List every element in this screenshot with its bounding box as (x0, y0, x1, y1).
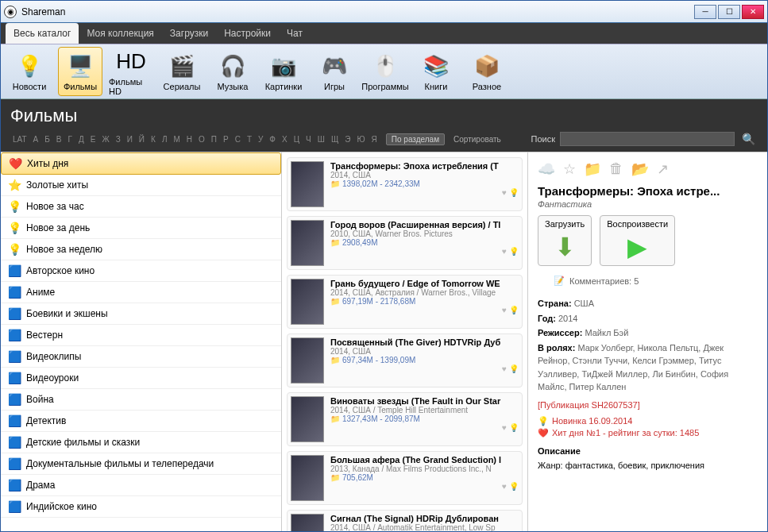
sidebar-item-16[interactable]: 🟦Индийское кино (1, 496, 281, 518)
alpha-Б[interactable]: Б (42, 133, 52, 145)
alpha-Э[interactable]: Э (342, 133, 353, 145)
tool-icon: 📦 (473, 52, 501, 80)
movie-item-1[interactable]: Город воров (Расширенная версия) / Tl 20… (287, 216, 523, 270)
alpha-Ю[interactable]: Ю (354, 133, 367, 145)
alpha-Ф[interactable]: Ф (267, 133, 278, 145)
menu-item-2[interactable]: Загрузки (162, 23, 216, 44)
close-button[interactable]: ✕ (742, 5, 764, 19)
alpha-Т[interactable]: Т (245, 133, 254, 145)
menubar: Весь каталогМоя коллекцияЗагрузкиНастрой… (1, 23, 767, 44)
movie-item-6[interactable]: Сигнал (The Signal) HDRip Дублирован 201… (287, 510, 523, 531)
tool-Фильмы[interactable]: 🖥️Фильмы (58, 47, 102, 96)
side-icon: 🟦 (7, 371, 21, 385)
alpha-Л[interactable]: Л (160, 133, 170, 145)
star-icon[interactable]: ☆ (563, 160, 576, 178)
heart-icon[interactable]: ♥ (502, 247, 507, 256)
alpha-Ч[interactable]: Ч (303, 133, 314, 145)
movie-item-5[interactable]: Большая афера (The Grand Seduction) l 20… (287, 451, 523, 505)
download-button[interactable]: Загрузить ⬇ (538, 215, 592, 266)
alpha-Й[interactable]: Й (137, 133, 147, 145)
menu-item-1[interactable]: Моя коллекция (79, 23, 161, 44)
alpha-И[interactable]: И (125, 133, 135, 145)
tool-Фильмы HD[interactable]: HDФильмы HD (109, 47, 153, 96)
tool-Новости[interactable]: 💡Новости (7, 47, 52, 96)
sidebar-item-3[interactable]: 💡Новое за день (1, 218, 281, 239)
heart-icon[interactable]: ♥ (502, 482, 507, 491)
movie-item-4[interactable]: Виноваты звезды (The Fault in Our Star 2… (287, 392, 523, 446)
sort-label[interactable]: Сортировать (451, 133, 504, 145)
alpha-М[interactable]: М (171, 133, 182, 145)
alpha-О[interactable]: О (196, 133, 207, 145)
sidebar-item-0[interactable]: ❤️Хиты дня (1, 152, 281, 175)
alpha-Г[interactable]: Г (66, 133, 75, 145)
alpha-С[interactable]: С (233, 133, 243, 145)
alpha-Р[interactable]: Р (221, 133, 231, 145)
alpha-Ш[interactable]: Ш (315, 133, 327, 145)
share-icon[interactable]: ↗ (657, 160, 669, 178)
alpha-Н[interactable]: Н (184, 133, 195, 145)
alpha-З[interactable]: З (114, 133, 123, 145)
search-input[interactable] (560, 132, 735, 146)
maximize-button[interactable]: ☐ (718, 5, 740, 19)
upload-icon[interactable]: ☁️ (538, 160, 555, 178)
alpha-П[interactable]: П (209, 133, 219, 145)
alpha-К[interactable]: К (149, 133, 158, 145)
movie-item-3[interactable]: Посвященный (The Giver) HDTVRip Дуб 2014… (287, 333, 523, 387)
tool-icon: 🖱️ (371, 52, 399, 80)
sidebar-item-11[interactable]: 🟦Война (1, 389, 281, 411)
tool-Игры[interactable]: 🎮Игры (312, 47, 357, 96)
tool-Книги[interactable]: 📚Книги (414, 47, 458, 96)
alpha-В[interactable]: В (54, 133, 64, 145)
sidebar-item-5[interactable]: 🟦Авторское кино (1, 260, 281, 282)
alpha-Ц[interactable]: Ц (291, 133, 302, 145)
sidebar-item-1[interactable]: ⭐Золотые хиты (1, 175, 281, 196)
alpha-Щ[interactable]: Щ (329, 133, 341, 145)
sidebar-item-9[interactable]: 🟦Видеоклипы (1, 346, 281, 368)
heart-icon[interactable]: ♥ (502, 306, 507, 314)
sidebar-item-12[interactable]: 🟦Детектив (1, 411, 281, 432)
alpha-Е[interactable]: Е (88, 133, 98, 145)
tool-Сериалы[interactable]: 🎬Сериалы (160, 47, 204, 96)
heart-icon[interactable]: ♥ (502, 423, 507, 432)
play-button[interactable]: Воспроизвести ▶ (600, 215, 675, 266)
alpha-А[interactable]: А (31, 133, 41, 145)
alpha-У[interactable]: У (256, 133, 265, 145)
heart-icon[interactable]: ♥ (502, 188, 507, 197)
alpha-Ж[interactable]: Ж (99, 133, 111, 145)
alpha-LAT[interactable]: LAT (10, 133, 29, 145)
movie-title: Грань будущего / Edge of Tomorrow WE (330, 279, 519, 288)
toolbar: 💡Новости🖥️ФильмыHDФильмы HD🎬Сериалы🎧Музы… (1, 44, 767, 99)
menu-item-3[interactable]: Настройки (216, 23, 279, 44)
tool-Музыка[interactable]: 🎧Музыка (210, 47, 255, 96)
alpha-Х[interactable]: Х (280, 133, 290, 145)
heart-icon[interactable]: ♥ (502, 364, 507, 373)
menu-item-4[interactable]: Чат (279, 23, 311, 44)
sidebar-item-4[interactable]: 💡Новое за неделю (1, 239, 281, 260)
sidebar-item-10[interactable]: 🟦Видеоуроки (1, 368, 281, 389)
publication-link[interactable]: [Публикация SH2607537] (538, 400, 758, 410)
sidebar-item-13[interactable]: 🟦Детские фильмы и сказки (1, 432, 281, 453)
movie-item-2[interactable]: Грань будущего / Edge of Tomorrow WE 201… (287, 275, 523, 329)
alpha-Я[interactable]: Я (369, 133, 380, 145)
by-sections-button[interactable]: По разделам (386, 133, 445, 145)
sidebar-item-6[interactable]: 🟦Аниме (1, 282, 281, 303)
movie-meta: 2014, США (330, 171, 519, 179)
sidebar-item-14[interactable]: 🟦Документальные фильмы и телепередачи (1, 453, 281, 475)
minimize-button[interactable]: ─ (694, 5, 716, 19)
comments-count[interactable]: Комментариев: 5 (569, 276, 639, 286)
folder-icon[interactable]: 📁 (584, 160, 601, 178)
tool-Картинки[interactable]: 📷Картинки (261, 47, 306, 96)
sidebar-item-15[interactable]: 🟦Драма (1, 475, 281, 496)
side-icon: 🟦 (7, 328, 21, 342)
movie-item-0[interactable]: Трансформеры: Эпоха истребления (T 2014,… (287, 157, 523, 211)
open-icon[interactable]: 📂 (631, 160, 649, 178)
search-icon[interactable]: 🔍 (739, 131, 758, 147)
sidebar-item-2[interactable]: 💡Новое за час (1, 196, 281, 218)
tool-Программы[interactable]: 🖱️Программы (363, 47, 407, 96)
alpha-Д[interactable]: Д (76, 133, 87, 145)
sidebar-item-7[interactable]: 🟦Боевики и экшены (1, 303, 281, 325)
sidebar-item-8[interactable]: 🟦Вестерн (1, 325, 281, 346)
trash-icon[interactable]: 🗑 (609, 160, 623, 178)
menu-item-0[interactable]: Весь каталог (6, 23, 79, 44)
tool-Разное[interactable]: 📦Разное (465, 47, 509, 96)
